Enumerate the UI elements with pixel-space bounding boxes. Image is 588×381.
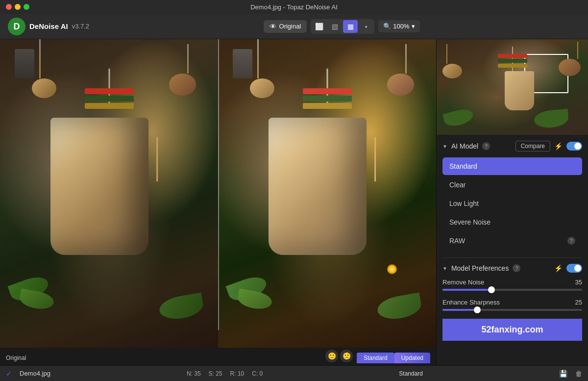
split-images: [0, 39, 436, 348]
thumbs-up-button[interactable]: 🙂: [325, 350, 338, 362]
prefs-flash-icon: ⚡: [554, 264, 563, 272]
model-prefs-chevron-icon: ▼: [442, 266, 447, 271]
model-clear[interactable]: Clear: [442, 176, 582, 194]
eye-icon: 👁: [270, 23, 276, 30]
model-list: Standard Clear Low Light Severe Noise RA…: [442, 157, 582, 250]
label-tabs: Standard Updated: [357, 353, 430, 363]
view-compare-button[interactable]: ▪: [359, 20, 373, 33]
status-model: Standard: [399, 370, 423, 377]
image-original: [0, 39, 218, 348]
model-preferences-section: ▼ Model Preferences ? ⚡ Remove Noise: [442, 257, 582, 311]
logo-icon: D: [8, 18, 25, 35]
statusbar: ✓ Demo4.jpg N: 35 S: 25 R: 10 C: 0 Stand…: [0, 365, 588, 381]
titlebar: Demo4.jpg - Topaz DeNoise AI: [0, 0, 588, 14]
image-processed: [218, 39, 436, 348]
view-split-h-button[interactable]: ▦: [343, 20, 358, 33]
ai-model-help-icon[interactable]: ?: [482, 142, 490, 150]
check-icon: ✓: [6, 370, 12, 378]
remove-noise-value: 35: [570, 279, 582, 286]
prefs-toggle-knob: [574, 265, 581, 272]
remove-noise-thumb[interactable]: [488, 286, 495, 293]
status-filename: Demo4.jpg: [20, 370, 50, 377]
close-button[interactable]: [6, 4, 12, 10]
image-panel: Original 🙂 🙁 Standard Updated: [0, 39, 436, 365]
svg-text:D: D: [14, 22, 20, 31]
status-sharpness: S: 25: [209, 370, 222, 377]
view-single-button[interactable]: ⬜: [312, 20, 326, 33]
app-name: DeNoise AI: [29, 22, 68, 30]
model-prefs-title: Model Preferences: [451, 264, 509, 272]
raw-help-icon[interactable]: ?: [567, 237, 575, 245]
content: Original 🙂 🙁 Standard Updated: [0, 39, 588, 365]
model-standard-label: Standard: [449, 162, 477, 170]
model-clear-label: Clear: [449, 181, 466, 189]
enhance-sharpness-fill: [442, 309, 477, 311]
sidebar: ▼ AI Model ? Compare ⚡ Standard: [436, 39, 588, 365]
model-low-light[interactable]: Low Light: [442, 195, 582, 212]
status-noise: N: 35: [187, 370, 201, 377]
model-prefs-help-icon[interactable]: ?: [513, 264, 520, 272]
ai-model-toggle[interactable]: [566, 142, 582, 151]
remove-noise-fill: [442, 289, 491, 291]
model-raw[interactable]: RAW ?: [442, 232, 582, 250]
remove-noise-slider-row: Remove Noise 35: [442, 279, 582, 291]
logo-area: D DeNoise AI v3.7.2: [8, 18, 89, 35]
model-severe-noise-label: Severe Noise: [449, 218, 490, 226]
standard-tab[interactable]: Standard: [357, 353, 394, 363]
zoom-icon: 🔍: [383, 23, 391, 30]
updated-tab[interactable]: Updated: [394, 353, 430, 363]
zoom-chevron-icon: ▾: [412, 23, 415, 30]
zoom-button[interactable]: 🔍 100% ▾: [378, 20, 419, 32]
window-controls: [6, 4, 29, 10]
remove-noise-slider[interactable]: [442, 289, 582, 291]
label-strip: Original 🙂 🙁 Standard Updated: [0, 348, 436, 365]
model-severe-noise[interactable]: Severe Noise: [442, 213, 582, 231]
original-image-label: Original: [6, 355, 26, 361]
enhance-sharpness-label: Enhance Sharpness: [442, 299, 500, 306]
remove-noise-label-row: Remove Noise 35: [442, 279, 582, 286]
toolbar: D DeNoise AI v3.7.2 👁 Original ⬜ ▧ ▦ ▪ 🔍…: [0, 14, 588, 39]
enhance-sharpness-slider-row: Enhance Sharpness 25: [442, 299, 582, 311]
remove-noise-label: Remove Noise: [442, 279, 484, 286]
view-split-v-button[interactable]: ▧: [327, 20, 342, 33]
delete-icon[interactable]: 🗑: [575, 370, 582, 378]
thumbnail-preview: [437, 39, 588, 135]
ai-model-section-header: ▼ AI Model ? Compare ⚡: [442, 141, 582, 152]
sidebar-controls: ▼ AI Model ? Compare ⚡ Standard: [437, 135, 588, 365]
model-standard[interactable]: Standard: [442, 157, 582, 175]
model-low-light-label: Low Light: [449, 200, 479, 207]
compare-button[interactable]: Compare: [515, 141, 550, 152]
enhance-sharpness-thumb[interactable]: [474, 306, 481, 313]
watermark-text: 52fanxing.com: [481, 325, 543, 334]
split-divider: [218, 39, 219, 330]
watermark: 52fanxing.com: [442, 319, 582, 341]
toolbar-center: 👁 Original ⬜ ▧ ▦ ▪ 🔍 100% ▾: [264, 19, 420, 34]
ai-model-title: AI Model: [451, 142, 478, 150]
minimize-button[interactable]: [15, 4, 21, 10]
maximize-button[interactable]: [24, 4, 29, 10]
status-radius: R: 10: [230, 370, 245, 377]
status-compress: C: 0: [252, 370, 263, 377]
model-prefs-toggle[interactable]: [566, 264, 582, 273]
app-version: v3.7.2: [72, 23, 89, 30]
view-buttons: ⬜ ▧ ▦ ▪: [311, 19, 374, 34]
enhance-sharpness-value: 25: [570, 299, 582, 306]
enhance-sharpness-label-row: Enhance Sharpness 25: [442, 299, 582, 306]
toggle-knob: [574, 143, 581, 150]
window-title: Demo4.jpg - Topaz DeNoise AI: [250, 3, 338, 11]
original-button[interactable]: 👁 Original: [264, 20, 307, 33]
model-prefs-header: ▼ Model Preferences ? ⚡: [442, 264, 582, 273]
app-body: D DeNoise AI v3.7.2 👁 Original ⬜ ▧ ▦ ▪ 🔍…: [0, 14, 588, 381]
model-raw-label: RAW: [449, 237, 465, 245]
original-label: Original: [279, 23, 301, 30]
zoom-label: 100%: [393, 23, 409, 30]
flash-icon: ⚡: [554, 142, 563, 150]
save-icon[interactable]: 💾: [559, 370, 567, 378]
ai-model-chevron-icon: ▼: [442, 144, 447, 149]
enhance-sharpness-slider[interactable]: [442, 309, 582, 311]
thumbs-down-button[interactable]: 🙁: [340, 350, 353, 362]
emoji-buttons: 🙂 🙁: [325, 350, 353, 362]
